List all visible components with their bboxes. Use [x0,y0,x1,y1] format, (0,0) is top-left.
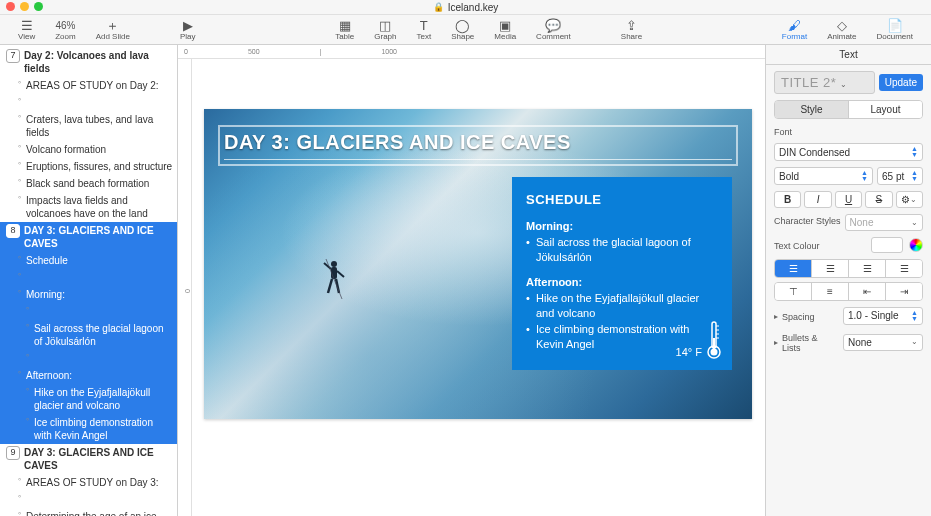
view-button[interactable]: ☰View [18,19,35,41]
disclosure-triangle-icon[interactable]: ▸ [774,338,778,347]
chevron-down-icon: ⌄ [911,337,918,348]
schedule-box[interactable]: SCHEDULE Morning: Sail across the glacia… [512,177,732,370]
shape-button[interactable]: ◯Shape [451,19,474,41]
outline-item[interactable]: Black sand beach formation [0,175,177,192]
text-color-label: Text Colour [774,241,820,251]
layout-tab[interactable]: Layout [848,101,922,118]
chevron-down-icon: ⌄ [910,195,917,204]
outline-item[interactable]: Determining the age of an ice cave [0,508,177,516]
outline-item[interactable]: Hike on the Eyjafjallajökull glacier and… [0,384,177,414]
outline-item[interactable]: AREAS OF STUDY on Day 2: [0,77,177,94]
svg-rect-9 [713,338,715,350]
outline-item[interactable]: Sail across the glacial lagoon of Jökuls… [0,320,177,350]
minimize-window-button[interactable] [20,2,29,11]
style-tab[interactable]: Style [775,101,848,118]
outdent-button[interactable]: ⇤ [848,283,885,300]
inspector-tab-text[interactable]: Text [766,45,931,65]
outline-slide-7[interactable]: 7Day 2: Volcanoes and lava fields [0,47,177,77]
outline-item[interactable]: Schedule [0,252,177,269]
horizontal-ruler[interactable]: 0 500 | 1000 [178,45,765,59]
chevron-down-icon: ⌄ [840,80,848,89]
outline-item[interactable]: Ice climbing demonstration with Kevin An… [0,414,177,444]
add-slide-button[interactable]: ＋Add Slide [96,19,130,41]
share-button[interactable]: ⇪Share [621,19,642,41]
outline-item[interactable]: Craters, lava tubes, and lava fields [0,111,177,141]
outline-item[interactable]: Eruptions, fissures, and structure [0,158,177,175]
thermometer-icon [706,320,722,360]
table-button[interactable]: ▦Table [335,19,354,41]
font-size-stepper[interactable]: 65 pt▲▼ [877,167,923,185]
zoom-value: 46% [55,19,75,32]
bold-button[interactable]: B [774,191,801,208]
outline-item[interactable]: Afternoon: [0,367,177,384]
color-wheel-button[interactable] [909,238,923,252]
play-button[interactable]: ▶Play [180,19,196,41]
italic-button[interactable]: I [804,191,831,208]
align-justify-button[interactable]: ☰ [885,260,922,277]
svg-line-4 [328,279,332,293]
strikethrough-button[interactable]: S [865,191,892,208]
text-color-well[interactable] [871,237,903,253]
outline-item[interactable] [0,303,177,320]
outline-item[interactable]: Morning: [0,286,177,303]
outline-sidebar[interactable]: 7Day 2: Volcanoes and lava fields AREAS … [0,45,178,516]
outline-item[interactable]: Impacts lava fields and volcanoes have o… [0,192,177,222]
outline-slide-9[interactable]: 9DAY 3: GLACIERS AND ICE CAVES [0,444,177,474]
vertical-ruler[interactable]: 0 [178,59,192,516]
spacing-label: Spacing [782,312,815,322]
format-icon: 🖌 [788,19,801,32]
spacing-dropdown[interactable]: 1.0 - Single▲▼ [843,307,923,325]
underline-button[interactable]: U [835,191,862,208]
close-window-button[interactable] [6,2,15,11]
view-icon: ☰ [21,19,33,32]
graph-button[interactable]: ◫Graph [374,19,396,41]
outline-item[interactable]: Volcano formation [0,141,177,158]
indent-button[interactable]: ⇥ [885,283,922,300]
svg-point-0 [331,261,337,267]
font-family-dropdown[interactable]: DIN Condensed▲▼ [774,143,923,161]
animate-button[interactable]: ◇Animate [827,19,856,41]
outline-item[interactable] [0,491,177,508]
chart-icon: ◫ [379,19,391,32]
afternoon-heading: Afternoon: [526,275,718,290]
slide-title-textbox[interactable]: DAY 3: GLACIERS AND ICE CAVES [224,131,732,160]
align-left-button[interactable]: ☰ [775,260,811,277]
svg-point-10 [711,349,718,356]
updown-icon: ▲▼ [861,170,868,182]
valign-middle-button[interactable]: ≡ [811,283,848,300]
slide[interactable]: DAY 3: GLACIERS AND ICE CAVES SCHEDULE M… [204,109,752,419]
thermometer: 14° F [676,320,722,360]
disclosure-triangle-icon[interactable]: ▸ [774,312,778,321]
fullscreen-window-button[interactable] [34,2,43,11]
schedule-heading: SCHEDULE [526,191,718,209]
paragraph-style-dropdown[interactable]: TITLE 2* ⌄ [774,71,875,94]
outline-item[interactable] [0,350,177,367]
indent-segment: ⊤ ≡ ⇤ ⇥ [774,282,923,301]
document-button[interactable]: 📄Document [877,19,913,41]
update-style-button[interactable]: Update [879,74,923,91]
outline-item[interactable] [0,269,177,286]
align-right-button[interactable]: ☰ [848,260,885,277]
outline-item[interactable] [0,94,177,111]
document-icon: 📄 [887,19,903,32]
schedule-item: Hike on the Eyjafjallajökull glacier and… [526,291,718,322]
outline-slide-8[interactable]: 8DAY 3: GLACIERS AND ICE CAVES [0,222,177,252]
align-center-button[interactable]: ☰ [811,260,848,277]
svg-line-3 [337,271,344,277]
comment-button[interactable]: 💬Comment [536,19,571,41]
media-button[interactable]: ▣Media [494,19,516,41]
zoom-button[interactable]: 46%Zoom [55,19,75,41]
format-button[interactable]: 🖌Format [782,19,807,41]
slide-stage[interactable]: DAY 3: GLACIERS AND ICE CAVES SCHEDULE M… [192,59,765,516]
updown-icon: ▲▼ [911,170,918,182]
char-styles-dropdown[interactable]: None⌄ [845,214,923,231]
style-layout-segment: Style Layout [774,100,923,119]
advanced-options-button[interactable]: ⚙⌄ [896,191,923,208]
outline-item[interactable]: AREAS OF STUDY on Day 3: [0,474,177,491]
valign-top-button[interactable]: ⊤ [775,283,811,300]
text-button[interactable]: TText [417,19,432,41]
bullets-dropdown[interactable]: None⌄ [843,334,923,351]
schedule-item: Sail across the glacial lagoon of Jökuls… [526,235,718,266]
font-label: Font [774,127,923,137]
font-weight-dropdown[interactable]: Bold▲▼ [774,167,873,185]
